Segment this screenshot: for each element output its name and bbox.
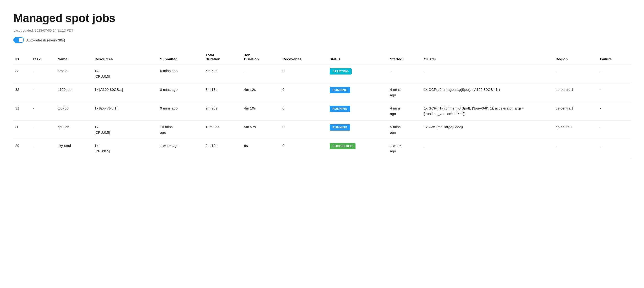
table-row: 33 - oracle 1x [CPU:0.5] 6 mins ago 6m 5…	[14, 64, 630, 83]
cell-id: 31	[14, 102, 30, 120]
cell-resources: 1x [CPU:0.5]	[92, 120, 158, 139]
table-row: 32 - a100-job 1x [A100-80GB:1] 8 mins ag…	[14, 83, 630, 102]
table-row: 31 - tpu-job 1x [tpu-v3-8:1] 9 mins ago …	[14, 102, 630, 120]
col-header-total-duration: TotalDuration	[204, 51, 242, 64]
cell-cluster: 1x GCP(a2-ultragpu-1g[Spot], {'A100-80GB…	[422, 83, 554, 102]
cell-name: tpu-job	[56, 102, 92, 120]
col-header-resources: Resources	[92, 51, 158, 64]
cell-cluster: 1x AWS(m6i.large[Spot])	[422, 120, 554, 139]
status-badge: RUNNING	[330, 124, 350, 130]
cell-total-duration: 9m 28s	[204, 102, 242, 120]
cell-id: 33	[14, 64, 30, 83]
cell-region: -	[554, 64, 598, 83]
col-header-status: Status	[328, 51, 388, 64]
col-header-cluster: Cluster	[422, 51, 554, 64]
cell-failure: -	[598, 102, 630, 120]
cell-submitted: 6 mins ago	[158, 64, 204, 83]
auto-refresh-toggle[interactable]	[14, 37, 24, 43]
status-badge: RUNNING	[330, 87, 350, 93]
cell-resources: 1x [A100-80GB:1]	[92, 83, 158, 102]
auto-refresh-control: Auto-refresh (every 30s)	[14, 37, 630, 43]
cell-failure: -	[598, 120, 630, 139]
cell-job-duration: -	[242, 64, 280, 83]
col-header-name: Name	[56, 51, 92, 64]
status-badge: SUCCEEDED	[330, 143, 356, 149]
jobs-table: ID Task Name Resources Submitted TotalDu…	[14, 51, 630, 158]
table-row: 29 - sky-cmd 1x [CPU:0.5] 1 week ago 2m …	[14, 139, 630, 158]
cell-cluster: 1x GCP(n1-highmem-8[Spot], {'tpu-v3-8': …	[422, 102, 554, 120]
cell-resources: 1x [tpu-v3-8:1]	[92, 102, 158, 120]
cell-task: -	[30, 120, 56, 139]
cell-total-duration: 10m 35s	[204, 120, 242, 139]
cell-task: -	[30, 64, 56, 83]
col-header-region: Region	[554, 51, 598, 64]
last-updated-text: Last updated: 2023-07-05 14:31:13 PDT	[14, 29, 630, 32]
auto-refresh-label: Auto-refresh (every 30s)	[26, 38, 65, 42]
cell-total-duration: 6m 59s	[204, 64, 242, 83]
cell-submitted: 9 mins ago	[158, 102, 204, 120]
cell-resources: 1x [CPU:0.5]	[92, 139, 158, 158]
col-header-task: Task	[30, 51, 56, 64]
cell-task: -	[30, 102, 56, 120]
cell-started: 4 mins ago	[388, 83, 422, 102]
cell-job-duration: 6s	[242, 139, 280, 158]
cell-submitted: 10 mins ago	[158, 120, 204, 139]
cell-recoveries: 0	[280, 102, 328, 120]
col-header-id: ID	[14, 51, 30, 64]
cell-recoveries: 0	[280, 64, 328, 83]
cell-started: -	[388, 64, 422, 83]
cell-status: RUNNING	[328, 102, 388, 120]
cell-task: -	[30, 83, 56, 102]
col-header-started: Started	[388, 51, 422, 64]
page-title: Managed spot jobs	[14, 12, 630, 25]
cell-status: SUCCEEDED	[328, 139, 388, 158]
cell-submitted: 1 week ago	[158, 139, 204, 158]
status-badge: RUNNING	[330, 106, 350, 112]
cell-cluster: -	[422, 64, 554, 83]
col-header-failure: Failure	[598, 51, 630, 64]
cell-job-duration: 4m 19s	[242, 102, 280, 120]
col-header-recoveries: Recoveries	[280, 51, 328, 64]
cell-started: 5 mins ago	[388, 120, 422, 139]
cell-job-duration: 5m 57s	[242, 120, 280, 139]
cell-region: us-central1	[554, 83, 598, 102]
cell-recoveries: 0	[280, 139, 328, 158]
cell-name: oracle	[56, 64, 92, 83]
cell-id: 30	[14, 120, 30, 139]
cell-name: sky-cmd	[56, 139, 92, 158]
cell-id: 32	[14, 83, 30, 102]
table-row: 30 - cpu-job 1x [CPU:0.5] 10 mins ago 10…	[14, 120, 630, 139]
cell-failure: -	[598, 64, 630, 83]
status-badge: STARTING	[330, 68, 352, 75]
cell-started: 1 week ago	[388, 139, 422, 158]
cell-total-duration: 8m 13s	[204, 83, 242, 102]
cell-name: a100-job	[56, 83, 92, 102]
cell-started: 4 mins ago	[388, 102, 422, 120]
table-header-row: ID Task Name Resources Submitted TotalDu…	[14, 51, 630, 64]
cell-failure: -	[598, 83, 630, 102]
cell-region: us-central1	[554, 102, 598, 120]
col-header-submitted: Submitted	[158, 51, 204, 64]
col-header-job-duration: JobDuration	[242, 51, 280, 64]
cell-resources: 1x [CPU:0.5]	[92, 64, 158, 83]
cell-recoveries: 0	[280, 83, 328, 102]
cell-status: RUNNING	[328, 120, 388, 139]
cell-id: 29	[14, 139, 30, 158]
cell-status: STARTING	[328, 64, 388, 83]
cell-recoveries: 0	[280, 120, 328, 139]
cell-region: ap-south-1	[554, 120, 598, 139]
cell-status: RUNNING	[328, 83, 388, 102]
cell-job-duration: 4m 12s	[242, 83, 280, 102]
cell-failure: -	[598, 139, 630, 158]
cell-submitted: 8 mins ago	[158, 83, 204, 102]
cell-cluster: -	[422, 139, 554, 158]
cell-region: -	[554, 139, 598, 158]
cell-total-duration: 2m 19s	[204, 139, 242, 158]
cell-name: cpu-job	[56, 120, 92, 139]
cell-task: -	[30, 139, 56, 158]
